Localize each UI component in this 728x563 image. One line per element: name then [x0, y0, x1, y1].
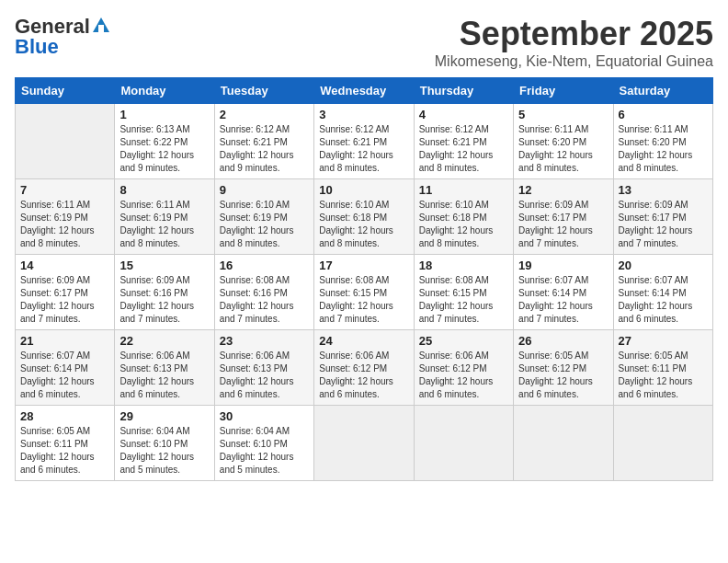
calendar-cell: 2Sunrise: 6:12 AMSunset: 6:21 PMDaylight… [214, 104, 313, 179]
day-number: 25 [419, 334, 508, 348]
calendar-cell: 21Sunrise: 6:07 AMSunset: 6:14 PMDayligh… [16, 330, 115, 406]
day-number: 23 [220, 334, 309, 348]
day-info: Sunrise: 6:09 AMSunset: 6:17 PMDaylight:… [619, 199, 708, 250]
dow-header-monday: Monday [115, 78, 214, 104]
calendar-table: SundayMondayTuesdayWednesdayThursdayFrid… [15, 77, 713, 481]
calendar-cell: 26Sunrise: 6:05 AMSunset: 6:12 PMDayligh… [514, 330, 613, 406]
calendar-cell: 14Sunrise: 6:09 AMSunset: 6:17 PMDayligh… [16, 255, 115, 330]
day-info: Sunrise: 6:11 AMSunset: 6:19 PMDaylight:… [20, 199, 109, 250]
day-info: Sunrise: 6:04 AMSunset: 6:10 PMDaylight:… [220, 425, 309, 477]
subtitle: Mikomeseng, Kie-Ntem, Equatorial Guinea [435, 53, 713, 70]
day-info: Sunrise: 6:11 AMSunset: 6:20 PMDaylight:… [518, 123, 608, 175]
logo-text-blue: Blue [15, 35, 59, 59]
calendar-cell [314, 406, 414, 481]
day-number: 4 [419, 108, 508, 121]
calendar-cell: 7Sunrise: 6:11 AMSunset: 6:19 PMDaylight… [16, 179, 115, 255]
day-number: 9 [220, 183, 309, 197]
calendar-cell: 19Sunrise: 6:07 AMSunset: 6:14 PMDayligh… [514, 255, 613, 330]
calendar-cell: 25Sunrise: 6:06 AMSunset: 6:12 PMDayligh… [414, 330, 513, 406]
day-info: Sunrise: 6:09 AMSunset: 6:17 PMDaylight:… [518, 199, 608, 250]
calendar-cell: 23Sunrise: 6:06 AMSunset: 6:13 PMDayligh… [214, 330, 313, 406]
day-number: 27 [619, 334, 708, 348]
calendar-cell: 5Sunrise: 6:11 AMSunset: 6:20 PMDaylight… [514, 104, 613, 179]
day-number: 29 [119, 409, 209, 423]
day-info: Sunrise: 6:08 AMSunset: 6:15 PMDaylight:… [319, 274, 408, 326]
day-info: Sunrise: 6:06 AMSunset: 6:13 PMDaylight:… [119, 350, 209, 401]
day-number: 24 [319, 334, 408, 348]
dow-header-wednesday: Wednesday [314, 78, 414, 104]
day-info: Sunrise: 6:08 AMSunset: 6:15 PMDaylight:… [419, 274, 508, 326]
dow-header-friday: Friday [514, 78, 613, 104]
calendar-cell: 13Sunrise: 6:09 AMSunset: 6:17 PMDayligh… [613, 179, 712, 255]
calendar-cell: 16Sunrise: 6:08 AMSunset: 6:16 PMDayligh… [214, 255, 313, 330]
calendar-cell: 11Sunrise: 6:10 AMSunset: 6:18 PMDayligh… [414, 179, 513, 255]
calendar-cell: 17Sunrise: 6:08 AMSunset: 6:15 PMDayligh… [314, 255, 414, 330]
calendar-cell: 28Sunrise: 6:05 AMSunset: 6:11 PMDayligh… [16, 406, 115, 481]
calendar-cell [414, 406, 513, 481]
day-number: 28 [20, 409, 109, 423]
calendar-cell: 8Sunrise: 6:11 AMSunset: 6:19 PMDaylight… [115, 179, 214, 255]
day-number: 26 [518, 334, 608, 348]
calendar-cell: 6Sunrise: 6:11 AMSunset: 6:20 PMDaylight… [613, 104, 712, 179]
day-number: 22 [119, 334, 209, 348]
dow-header-thursday: Thursday [414, 78, 513, 104]
calendar-cell: 20Sunrise: 6:07 AMSunset: 6:14 PMDayligh… [613, 255, 712, 330]
dow-header-saturday: Saturday [613, 78, 712, 104]
day-info: Sunrise: 6:06 AMSunset: 6:12 PMDaylight:… [319, 350, 408, 401]
day-number: 18 [419, 259, 508, 272]
day-info: Sunrise: 6:04 AMSunset: 6:10 PMDaylight:… [119, 425, 209, 477]
day-number: 3 [319, 108, 408, 121]
dow-header-tuesday: Tuesday [214, 78, 313, 104]
day-info: Sunrise: 6:08 AMSunset: 6:16 PMDaylight:… [220, 274, 309, 326]
day-info: Sunrise: 6:11 AMSunset: 6:19 PMDaylight:… [119, 199, 209, 250]
day-number: 1 [119, 108, 209, 121]
title-area: September 2025 Mikomeseng, Kie-Ntem, Equ… [435, 15, 713, 70]
day-number: 2 [220, 108, 309, 121]
day-info: Sunrise: 6:11 AMSunset: 6:20 PMDaylight:… [619, 123, 708, 175]
day-number: 21 [20, 334, 109, 348]
day-number: 12 [518, 183, 608, 197]
day-info: Sunrise: 6:05 AMSunset: 6:11 PMDaylight:… [619, 350, 708, 401]
calendar-cell: 10Sunrise: 6:10 AMSunset: 6:18 PMDayligh… [314, 179, 414, 255]
day-info: Sunrise: 6:10 AMSunset: 6:18 PMDaylight:… [419, 199, 508, 250]
day-number: 13 [619, 183, 708, 197]
day-info: Sunrise: 6:09 AMSunset: 6:17 PMDaylight:… [20, 274, 109, 326]
calendar-cell: 30Sunrise: 6:04 AMSunset: 6:10 PMDayligh… [214, 406, 313, 481]
day-number: 20 [619, 259, 708, 272]
header: General Blue September 2025 Mikomeseng, … [15, 15, 713, 70]
day-info: Sunrise: 6:12 AMSunset: 6:21 PMDaylight:… [319, 123, 408, 175]
day-info: Sunrise: 6:05 AMSunset: 6:11 PMDaylight:… [20, 425, 109, 477]
calendar-cell: 12Sunrise: 6:09 AMSunset: 6:17 PMDayligh… [514, 179, 613, 255]
calendar-cell: 18Sunrise: 6:08 AMSunset: 6:15 PMDayligh… [414, 255, 513, 330]
day-number: 6 [619, 108, 708, 121]
day-number: 7 [20, 183, 109, 197]
day-info: Sunrise: 6:07 AMSunset: 6:14 PMDaylight:… [619, 274, 708, 326]
calendar-cell [16, 104, 115, 179]
day-info: Sunrise: 6:13 AMSunset: 6:22 PMDaylight:… [119, 123, 209, 175]
day-number: 5 [518, 108, 608, 121]
month-title: September 2025 [435, 15, 713, 53]
day-info: Sunrise: 6:12 AMSunset: 6:21 PMDaylight:… [220, 123, 309, 175]
day-info: Sunrise: 6:07 AMSunset: 6:14 PMDaylight:… [20, 350, 109, 401]
dow-header-sunday: Sunday [16, 78, 115, 104]
day-number: 15 [119, 259, 209, 272]
day-number: 17 [319, 259, 408, 272]
calendar-cell: 22Sunrise: 6:06 AMSunset: 6:13 PMDayligh… [115, 330, 214, 406]
day-info: Sunrise: 6:12 AMSunset: 6:21 PMDaylight:… [419, 123, 508, 175]
calendar-cell [613, 406, 712, 481]
calendar-cell: 15Sunrise: 6:09 AMSunset: 6:16 PMDayligh… [115, 255, 214, 330]
day-number: 30 [220, 409, 309, 423]
day-number: 16 [220, 259, 309, 272]
calendar-cell: 9Sunrise: 6:10 AMSunset: 6:19 PMDaylight… [214, 179, 313, 255]
day-info: Sunrise: 6:05 AMSunset: 6:12 PMDaylight:… [518, 350, 608, 401]
day-number: 11 [419, 183, 508, 197]
day-info: Sunrise: 6:07 AMSunset: 6:14 PMDaylight:… [518, 274, 608, 326]
calendar-cell: 4Sunrise: 6:12 AMSunset: 6:21 PMDaylight… [414, 104, 513, 179]
logo-icon [91, 16, 111, 36]
day-number: 8 [119, 183, 209, 197]
day-number: 14 [20, 259, 109, 272]
svg-marker-0 [93, 17, 109, 32]
calendar-cell: 27Sunrise: 6:05 AMSunset: 6:11 PMDayligh… [613, 330, 712, 406]
day-number: 10 [319, 183, 408, 197]
calendar-cell: 3Sunrise: 6:12 AMSunset: 6:21 PMDaylight… [314, 104, 414, 179]
